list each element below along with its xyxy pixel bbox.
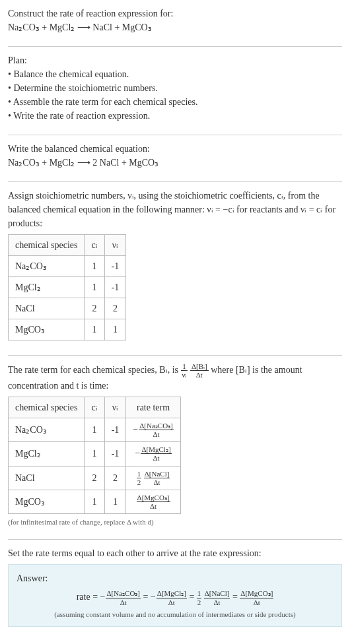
rate-frac: Δ[Na₂CO₃]Δt [139,422,174,438]
cell-v: -1 [104,418,126,442]
cell-species: NaCl [9,466,85,490]
col-v: νᵢ [104,235,126,256]
cell-v: 2 [104,466,126,490]
stoich-table: chemical species cᵢ νᵢ Na₂CO₃ 1 -1 MgCl₂… [8,234,126,340]
balanced-title: Write the balanced chemical equation: [8,142,342,156]
rate-frac: Δ[MgCO₃]Δt [240,589,273,606]
cell-v: 1 [104,319,126,340]
table-row: MgCO₃ 1 1 [9,319,126,340]
cell-c: 2 [85,298,104,319]
balanced-section: Write the balanced chemical equation: Na… [8,142,342,175]
cell-species: Na₂CO₃ [9,418,85,442]
col-v: νᵢ [104,397,126,418]
col-species: chemical species [9,235,85,256]
intro-prompt: Construct the rate of reaction expressio… [8,7,342,20]
plan-item: • Balance the chemical equation. [8,67,342,81]
answer-label: Answer: [17,571,333,585]
eq-sep: = [189,592,196,602]
plan-item: • Determine the stoichiometric numbers. [8,81,342,95]
frac-num: 1 [137,470,142,478]
frac-num: Δ[MgCO₃] [137,494,170,502]
divider [8,539,342,540]
cell-v: 2 [104,298,126,319]
rate-frac: Δ[NaCl]Δt [144,470,170,486]
table-header-row: chemical species cᵢ νᵢ rate term [9,397,181,418]
cell-v: 1 [104,490,126,513]
answer-equation: rate = −Δ[Na₂CO₃]Δt = −Δ[MgCl₂]Δt = 12 Δ… [17,589,333,606]
cell-rate: 12 Δ[NaCl]Δt [126,466,180,490]
rate-lhs: rate = [77,592,100,602]
rateterm-section: The rate term for each chemical species,… [8,362,342,532]
cell-c: 1 [85,490,104,513]
frac-num: Δ[MgCl₂] [141,445,171,454]
frac-num: Δ[Na₂CO₃] [106,589,141,598]
cell-species: MgCl₂ [9,277,85,298]
rate-frac: Δ[MgCl₂]Δt [157,589,187,606]
plan-title: Plan: [8,53,342,67]
rate-frac: Δ[NaCl]Δt [204,589,230,606]
plan-item: • Write the rate of reaction expression. [8,109,342,123]
cell-species: NaCl [9,298,85,319]
neg-sign: − [151,592,156,602]
frac-den: Δt [137,502,170,510]
frac-num: Δ[NaCl] [204,589,230,598]
cell-c: 1 [85,277,104,298]
frac-den: Δt [144,478,170,486]
table-row: Na₂CO₃ 1 -1 [9,256,126,277]
frac-num: 1 [197,589,202,598]
rate-frac: Δ[MgCO₃]Δt [137,494,170,510]
divider [8,46,342,47]
answer-box: Answer: rate = −Δ[Na₂CO₃]Δt = −Δ[MgCl₂]Δ… [8,564,342,627]
cell-c: 1 [85,319,104,340]
rateterm-caption: (for infinitesimal rate of change, repla… [8,517,342,528]
cell-v: -1 [104,277,126,298]
frac-den: 2 [197,598,202,606]
plan-section: Plan: • Balance the chemical equation. •… [8,53,342,128]
eq-sep: = [232,592,240,602]
frac-den: 2 [137,478,142,486]
divider [8,355,342,356]
rate-frac: Δ[Na₂CO₃]Δt [106,589,141,606]
table-row: NaCl 2 2 12 Δ[NaCl]Δt [9,466,181,490]
frac-den: Δt [157,598,187,606]
col-c: cᵢ [85,397,104,418]
col-rate: rate term [126,397,180,418]
rateterm-intro: The rate term for each chemical species,… [8,362,342,393]
cell-c: 2 [85,466,104,490]
frac-den: Δt [190,371,209,379]
cell-rate: Δ[MgCO₃]Δt [126,490,180,513]
cell-v: -1 [104,442,126,466]
frac-num: Δ[Bᵢ] [190,362,209,371]
table-header-row: chemical species cᵢ νᵢ [9,235,126,256]
frac-den: νᵢ [181,371,188,379]
neg-sign: − [135,448,141,458]
table-row: MgCl₂ 1 -1 −Δ[MgCl₂]Δt [9,442,181,466]
coef-frac: 12 [137,470,142,486]
neg-sign: − [133,424,138,434]
cell-c: 1 [85,442,104,466]
balanced-equation: Na₂CO₃ + MgCl₂ ⟶ 2 NaCl + MgCO₃ [8,156,342,170]
frac-den: Δt [240,598,273,606]
frac-den: Δt [141,454,171,462]
rateterm-intro-a: The rate term for each chemical species,… [8,365,181,375]
coef-frac: 12 [197,589,202,606]
frac-num: Δ[MgCl₂] [157,589,187,598]
cell-c: 1 [85,418,104,442]
frac-num: Δ[MgCO₃] [240,589,273,598]
cell-species: Na₂CO₃ [9,256,85,277]
stoich-intro: Assign stoichiometric numbers, νᵢ, using… [8,189,342,230]
col-species: chemical species [9,397,85,418]
cell-rate: −Δ[MgCl₂]Δt [126,442,180,466]
cell-v: -1 [104,256,126,277]
frac-num: Δ[Na₂CO₃] [139,422,174,430]
neg-sign: − [100,592,106,602]
plan-item: • Assemble the rate term for each chemic… [8,95,342,109]
cell-species: MgCO₃ [9,319,85,340]
intro-equation: Na₂CO₃ + MgCl₂ ⟶ NaCl + MgCO₃ [8,20,342,34]
rateterm-frac1: 1 νᵢ [181,362,188,379]
answer-note: (assuming constant volume and no accumul… [17,609,333,620]
divider [8,181,342,182]
rateterm-table: chemical species cᵢ νᵢ rate term Na₂CO₃ … [8,397,181,514]
rateterm-frac2: Δ[Bᵢ] Δt [190,362,209,379]
eq-sep: = [143,592,151,602]
